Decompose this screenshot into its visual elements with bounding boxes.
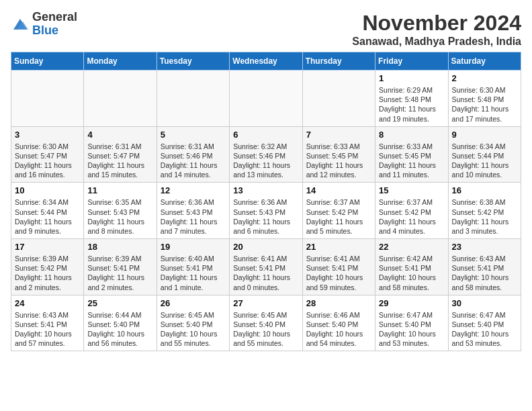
- day-info: Sunrise: 6:43 AMSunset: 5:41 PMDaylight:…: [15, 310, 80, 349]
- day-number: 22: [379, 242, 444, 252]
- day-number: 7: [306, 130, 371, 140]
- header: General Blue November 2024 Sanawad, Madh…: [11, 11, 521, 48]
- day-info: Sunrise: 6:30 AMSunset: 5:48 PMDaylight:…: [452, 85, 517, 124]
- day-info: Sunrise: 6:45 AMSunset: 5:40 PMDaylight:…: [233, 310, 298, 349]
- calendar-cell: [302, 71, 375, 127]
- day-info: Sunrise: 6:42 AMSunset: 5:41 PMDaylight:…: [379, 254, 444, 292]
- calendar-cell: 20Sunrise: 6:41 AMSunset: 5:41 PMDayligh…: [230, 239, 302, 295]
- calendar-cell: 11Sunrise: 6:35 AMSunset: 5:43 PMDayligh…: [84, 183, 157, 239]
- day-number: 29: [379, 298, 444, 308]
- calendar-cell: 28Sunrise: 6:46 AMSunset: 5:40 PMDayligh…: [302, 295, 375, 351]
- calendar-table: SundayMondayTuesdayWednesdayThursdayFrid…: [11, 52, 521, 351]
- location: Sanawad, Madhya Pradesh, India: [352, 36, 521, 48]
- weekday-friday: Friday: [375, 52, 448, 71]
- calendar-cell: 3Sunrise: 6:30 AMSunset: 5:47 PMDaylight…: [11, 126, 84, 183]
- calendar-cell: 13Sunrise: 6:36 AMSunset: 5:43 PMDayligh…: [230, 183, 302, 239]
- day-number: 4: [87, 130, 152, 140]
- calendar-cell: [11, 71, 84, 127]
- weekday-header-row: SundayMondayTuesdayWednesdayThursdayFrid…: [11, 52, 521, 71]
- day-info: Sunrise: 6:38 AMSunset: 5:42 PMDaylight:…: [452, 197, 517, 236]
- calendar-cell: 10Sunrise: 6:34 AMSunset: 5:44 PMDayligh…: [11, 183, 84, 239]
- calendar-cell: [230, 71, 302, 127]
- day-number: 27: [233, 298, 298, 308]
- calendar-week-0: 1Sunrise: 6:29 AMSunset: 5:48 PMDaylight…: [11, 71, 521, 127]
- calendar-cell: 19Sunrise: 6:40 AMSunset: 5:41 PMDayligh…: [157, 239, 229, 295]
- day-number: 16: [452, 185, 517, 195]
- day-info: Sunrise: 6:45 AMSunset: 5:40 PMDaylight:…: [161, 310, 226, 349]
- day-info: Sunrise: 6:30 AMSunset: 5:47 PMDaylight:…: [15, 142, 80, 180]
- calendar-cell: 23Sunrise: 6:43 AMSunset: 5:41 PMDayligh…: [448, 239, 521, 295]
- calendar-body: 1Sunrise: 6:29 AMSunset: 5:48 PMDaylight…: [11, 71, 521, 351]
- day-info: Sunrise: 6:34 AMSunset: 5:44 PMDaylight:…: [15, 197, 80, 236]
- calendar-cell: 29Sunrise: 6:47 AMSunset: 5:40 PMDayligh…: [375, 295, 448, 351]
- day-info: Sunrise: 6:47 AMSunset: 5:40 PMDaylight:…: [379, 310, 444, 349]
- day-info: Sunrise: 6:39 AMSunset: 5:42 PMDaylight:…: [15, 254, 80, 292]
- calendar-week-1: 3Sunrise: 6:30 AMSunset: 5:47 PMDaylight…: [11, 126, 521, 183]
- day-info: Sunrise: 6:44 AMSunset: 5:40 PMDaylight:…: [87, 310, 152, 349]
- day-info: Sunrise: 6:46 AMSunset: 5:40 PMDaylight:…: [306, 310, 371, 349]
- calendar-cell: 16Sunrise: 6:38 AMSunset: 5:42 PMDayligh…: [448, 183, 521, 239]
- day-number: 28: [306, 298, 371, 308]
- day-info: Sunrise: 6:36 AMSunset: 5:43 PMDaylight:…: [161, 197, 226, 236]
- day-number: 12: [161, 185, 226, 195]
- day-number: 10: [15, 185, 80, 195]
- calendar-cell: 8Sunrise: 6:33 AMSunset: 5:45 PMDaylight…: [375, 126, 448, 183]
- day-number: 5: [161, 130, 226, 140]
- day-info: Sunrise: 6:39 AMSunset: 5:41 PMDaylight:…: [87, 254, 152, 292]
- day-number: 14: [306, 185, 371, 195]
- calendar-week-3: 17Sunrise: 6:39 AMSunset: 5:42 PMDayligh…: [11, 239, 521, 295]
- day-info: Sunrise: 6:37 AMSunset: 5:42 PMDaylight:…: [306, 197, 371, 236]
- calendar-week-2: 10Sunrise: 6:34 AMSunset: 5:44 PMDayligh…: [11, 183, 521, 239]
- day-number: 2: [452, 73, 517, 83]
- day-number: 13: [233, 185, 298, 195]
- day-number: 17: [15, 242, 80, 252]
- day-number: 6: [233, 130, 298, 140]
- calendar-cell: 2Sunrise: 6:30 AMSunset: 5:48 PMDaylight…: [448, 71, 521, 127]
- weekday-monday: Monday: [84, 52, 157, 71]
- day-number: 15: [379, 185, 444, 195]
- day-number: 26: [161, 298, 226, 308]
- calendar-cell: 30Sunrise: 6:47 AMSunset: 5:40 PMDayligh…: [448, 295, 521, 351]
- calendar-cell: [157, 71, 229, 127]
- calendar-cell: 21Sunrise: 6:41 AMSunset: 5:41 PMDayligh…: [302, 239, 375, 295]
- calendar-cell: 25Sunrise: 6:44 AMSunset: 5:40 PMDayligh…: [84, 295, 157, 351]
- day-info: Sunrise: 6:43 AMSunset: 5:41 PMDaylight:…: [452, 254, 517, 292]
- calendar-cell: 15Sunrise: 6:37 AMSunset: 5:42 PMDayligh…: [375, 183, 448, 239]
- day-info: Sunrise: 6:35 AMSunset: 5:43 PMDaylight:…: [87, 197, 152, 236]
- day-info: Sunrise: 6:36 AMSunset: 5:43 PMDaylight:…: [233, 197, 298, 236]
- calendar-cell: 4Sunrise: 6:31 AMSunset: 5:47 PMDaylight…: [84, 126, 157, 183]
- logo: General Blue: [11, 11, 77, 38]
- day-info: Sunrise: 6:37 AMSunset: 5:42 PMDaylight:…: [379, 197, 444, 236]
- logo-icon: [11, 15, 30, 34]
- day-number: 11: [87, 185, 152, 195]
- day-number: 19: [161, 242, 226, 252]
- day-info: Sunrise: 6:34 AMSunset: 5:44 PMDaylight:…: [452, 142, 517, 180]
- day-number: 1: [379, 73, 444, 83]
- calendar-cell: 7Sunrise: 6:33 AMSunset: 5:45 PMDaylight…: [302, 126, 375, 183]
- calendar-cell: 22Sunrise: 6:42 AMSunset: 5:41 PMDayligh…: [375, 239, 448, 295]
- day-number: 8: [379, 130, 444, 140]
- day-number: 9: [452, 130, 517, 140]
- calendar-cell: 1Sunrise: 6:29 AMSunset: 5:48 PMDaylight…: [375, 71, 448, 127]
- calendar-cell: 12Sunrise: 6:36 AMSunset: 5:43 PMDayligh…: [157, 183, 229, 239]
- day-number: 24: [15, 298, 80, 308]
- weekday-tuesday: Tuesday: [157, 52, 229, 71]
- weekday-wednesday: Wednesday: [230, 52, 302, 71]
- calendar-cell: 24Sunrise: 6:43 AMSunset: 5:41 PMDayligh…: [11, 295, 84, 351]
- day-number: 23: [452, 242, 517, 252]
- day-info: Sunrise: 6:31 AMSunset: 5:47 PMDaylight:…: [87, 142, 152, 180]
- day-number: 25: [87, 298, 152, 308]
- calendar-cell: 9Sunrise: 6:34 AMSunset: 5:44 PMDaylight…: [448, 126, 521, 183]
- calendar-header: SundayMondayTuesdayWednesdayThursdayFrid…: [11, 52, 521, 71]
- calendar-cell: 17Sunrise: 6:39 AMSunset: 5:42 PMDayligh…: [11, 239, 84, 295]
- calendar-cell: 18Sunrise: 6:39 AMSunset: 5:41 PMDayligh…: [84, 239, 157, 295]
- weekday-saturday: Saturday: [448, 52, 521, 71]
- day-number: 3: [15, 130, 80, 140]
- title-area: November 2024 Sanawad, Madhya Pradesh, I…: [352, 11, 521, 48]
- day-number: 21: [306, 242, 371, 252]
- calendar-cell: 5Sunrise: 6:31 AMSunset: 5:46 PMDaylight…: [157, 126, 229, 183]
- day-info: Sunrise: 6:31 AMSunset: 5:46 PMDaylight:…: [161, 142, 226, 180]
- day-info: Sunrise: 6:29 AMSunset: 5:48 PMDaylight:…: [379, 85, 444, 124]
- calendar-cell: 26Sunrise: 6:45 AMSunset: 5:40 PMDayligh…: [157, 295, 229, 351]
- calendar-cell: 6Sunrise: 6:32 AMSunset: 5:46 PMDaylight…: [230, 126, 302, 183]
